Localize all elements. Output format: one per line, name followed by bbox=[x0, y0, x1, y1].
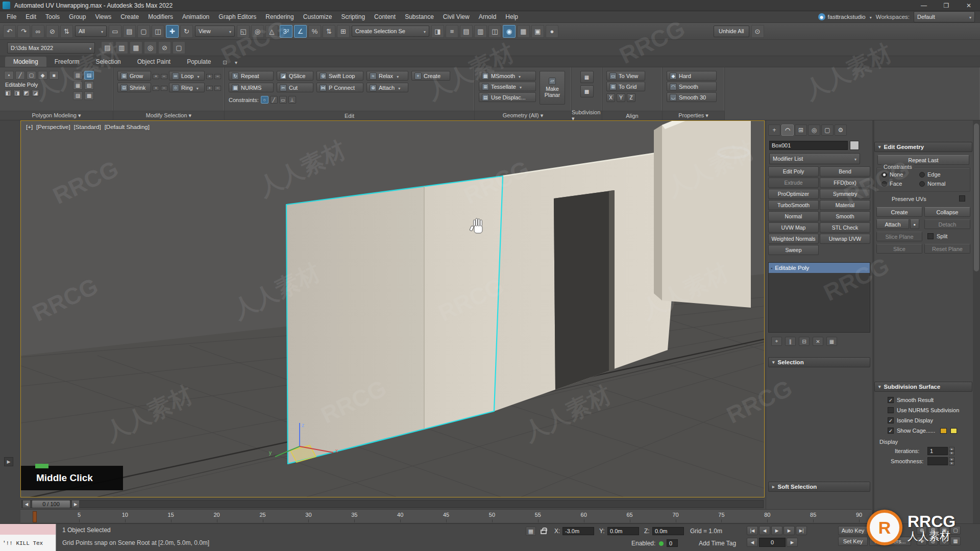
timeline-tick-label[interactable]: 80 bbox=[744, 512, 790, 518]
render-teapot-icon[interactable]: ⊙ bbox=[751, 25, 764, 38]
timeline-tick-label[interactable]: 85 bbox=[790, 512, 836, 518]
modifier-preset-button[interactable]: Normal bbox=[768, 211, 819, 221]
ribbon-config-icon[interactable]: ⊡ bbox=[219, 58, 231, 67]
zoom-extents-icon[interactable]: ▣ bbox=[939, 526, 949, 535]
time-slider-handle[interactable]: 0 / 100 bbox=[32, 500, 70, 508]
pan-view-icon[interactable]: ✚ bbox=[917, 537, 927, 545]
right-wall-side-face[interactable] bbox=[654, 125, 662, 300]
play-animation-button[interactable]: ▶ bbox=[771, 526, 782, 535]
previous-frame-button[interactable]: ◀ bbox=[759, 526, 770, 535]
scene-explorer-icon[interactable]: ▤ bbox=[101, 41, 114, 54]
hard-edges-button[interactable]: Hard bbox=[667, 71, 717, 81]
pin-stack-icon[interactable]: ⌖ bbox=[771, 337, 782, 346]
modifier-preset-button[interactable]: Sweep bbox=[768, 245, 819, 255]
element-mode-icon[interactable]: ■ bbox=[49, 71, 59, 80]
panel-footer-geometry[interactable]: Geometry (All) ▾ bbox=[475, 111, 571, 120]
ring-plus-button[interactable] bbox=[206, 86, 213, 91]
constrain-normal-icon[interactable]: ⊥ bbox=[288, 96, 296, 104]
make-planar-button[interactable]: Make Planar bbox=[540, 71, 565, 105]
add-time-tag[interactable]: Add Time Tag bbox=[699, 540, 736, 547]
menu-item[interactable]: Edit bbox=[21, 11, 41, 22]
preview-multi-icon[interactable]: ▦ bbox=[73, 81, 83, 90]
menu-item[interactable]: Scripting bbox=[336, 11, 370, 22]
modifier-list-dropdown[interactable]: Modifier List bbox=[769, 153, 860, 164]
modifier-preset-button[interactable]: Edit Poly bbox=[768, 166, 819, 177]
render-setup-icon[interactable]: ▦ bbox=[517, 25, 530, 38]
checkbox-row[interactable]: Smooth Result bbox=[874, 395, 972, 405]
collapse-stack-icon[interactable]: ◪ bbox=[32, 89, 39, 96]
select-and-move-icon[interactable]: ✚ bbox=[166, 25, 179, 38]
time-marker[interactable] bbox=[33, 511, 37, 522]
shrink-minus-button[interactable] bbox=[161, 86, 167, 91]
rollout-selection[interactable]: Selection bbox=[768, 357, 870, 367]
qslice-button[interactable]: QSlice bbox=[277, 71, 313, 81]
viewport-pov-menu[interactable]: [Perspective] bbox=[36, 124, 70, 130]
timeline-tick-label[interactable]: 65 bbox=[607, 512, 653, 518]
viewport-standard-menu[interactable]: [Standard] bbox=[74, 124, 101, 130]
command-panel-scrollbar[interactable] bbox=[973, 120, 980, 523]
viewport-3d-scene[interactable]: z y x bbox=[21, 121, 764, 497]
configure-modifier-sets-icon[interactable]: ▦ bbox=[826, 337, 837, 346]
nurms-button[interactable]: NURMS bbox=[229, 83, 274, 92]
modifier-preset-button[interactable]: Unwrap UVW bbox=[820, 234, 870, 244]
edge-mode-icon[interactable]: ╱ bbox=[15, 71, 25, 80]
viewport-plus-menu[interactable]: [+] bbox=[26, 124, 33, 130]
current-frame-field[interactable] bbox=[759, 538, 786, 547]
polygon-mode-icon[interactable]: ◆ bbox=[38, 71, 47, 80]
relax-button[interactable]: Relax bbox=[366, 71, 408, 81]
workspace-select[interactable]: Default bbox=[914, 11, 975, 22]
rollout-soft-selection[interactable]: Soft Selection bbox=[768, 482, 870, 492]
panel-footer-subdivision[interactable]: Subdivision ▾ bbox=[572, 111, 602, 120]
ring-minus-button[interactable] bbox=[214, 86, 221, 91]
orbit-icon[interactable]: ◎ bbox=[928, 537, 938, 545]
track-bar[interactable]: 51015202530354045505560657075808590 bbox=[20, 509, 872, 523]
swift-loop-button[interactable]: Swift Loop bbox=[316, 71, 363, 81]
cage-selected-color-swatch[interactable] bbox=[950, 428, 957, 434]
material-editor-icon[interactable]: ◉ bbox=[503, 25, 516, 38]
detach-button[interactable]: Detach bbox=[924, 219, 970, 229]
select-by-angle-icon[interactable]: ▨ bbox=[73, 91, 83, 100]
smooth-edges-button[interactable]: Smooth bbox=[667, 82, 717, 91]
toggle-scene-explorer-icon[interactable]: ▤ bbox=[460, 25, 473, 38]
select-and-scale-icon[interactable]: ◱ bbox=[237, 25, 250, 38]
align-axis-button[interactable]: Y bbox=[617, 93, 625, 102]
maxscript-mini-listener[interactable]: '!! KILL Tex bbox=[0, 535, 56, 551]
viewport-shading-menu[interactable]: [Default Shading] bbox=[105, 124, 150, 130]
preview-off-icon[interactable]: ▥ bbox=[73, 71, 83, 80]
preview-subobject-icon[interactable]: ▤ bbox=[84, 71, 94, 80]
modifier-preset-button[interactable]: Symmetry bbox=[820, 189, 870, 199]
utilities-tab[interactable]: ⚙ bbox=[835, 124, 847, 136]
hierarchy-tab[interactable]: ⊞ bbox=[795, 124, 807, 136]
signed-in-user[interactable]: fasttrackstudio bbox=[818, 13, 872, 20]
timeline-tick-label[interactable]: 10 bbox=[102, 512, 148, 518]
timeline-tick-label[interactable]: 50 bbox=[469, 512, 515, 518]
timeline-tick-label[interactable]: 40 bbox=[377, 512, 423, 518]
field-of-view-icon[interactable]: ◇ bbox=[939, 537, 949, 545]
next-frame-arrow[interactable]: ▶ bbox=[71, 500, 80, 508]
repeat-button[interactable]: Repeat bbox=[229, 71, 274, 81]
reset-plane-button[interactable]: Reset Plane bbox=[924, 244, 970, 254]
iterations-spinner[interactable] bbox=[949, 447, 954, 455]
vertex-mode-icon[interactable]: • bbox=[4, 71, 14, 80]
panel-footer-modify-selection[interactable]: Modify Selection ▾ bbox=[113, 111, 224, 120]
unhide-all-button[interactable]: Unhide All bbox=[714, 26, 749, 37]
timeline-tick-label[interactable]: 5 bbox=[56, 512, 102, 518]
menu-item[interactable]: Tools bbox=[41, 11, 64, 22]
select-and-manipulate-icon[interactable]: △ bbox=[265, 25, 278, 38]
redo-icon[interactable]: ↷ bbox=[17, 25, 30, 38]
align-axis-button[interactable]: Z bbox=[627, 93, 635, 102]
pin-selection-icon[interactable]: ◧ bbox=[4, 89, 12, 96]
menu-item[interactable]: Graph Editors bbox=[214, 11, 261, 22]
tessellate-subdivide-icon[interactable]: ▩ bbox=[580, 85, 594, 97]
window-crossing-icon[interactable]: ◫ bbox=[152, 25, 164, 38]
modifier-preset-button[interactable]: UVW Map bbox=[768, 222, 819, 233]
explorer-settings-icon[interactable]: ▦ bbox=[130, 41, 142, 54]
checkbox-icon[interactable] bbox=[888, 397, 894, 403]
radio-icon[interactable] bbox=[919, 172, 925, 178]
selection-lock-toggle-icon[interactable] bbox=[541, 530, 547, 534]
bind-to-space-warp-icon[interactable]: ⇅ bbox=[60, 25, 73, 38]
checkbox-row[interactable]: Isoline Display bbox=[874, 415, 972, 425]
maximize-viewport-toggle-icon[interactable]: ▦ bbox=[950, 537, 961, 545]
menu-item[interactable]: Substance bbox=[400, 11, 438, 22]
undo-icon[interactable]: ↶ bbox=[3, 25, 16, 38]
